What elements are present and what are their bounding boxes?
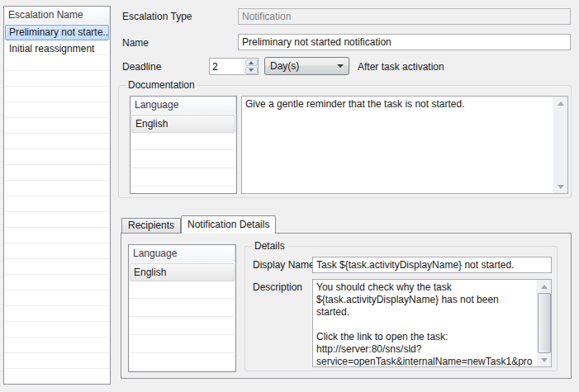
deadline-unit-value: Day(s) [265, 60, 337, 72]
description-label: Description [253, 281, 302, 293]
deadline-label: Deadline [122, 61, 161, 73]
escalation-name-list[interactable]: Escalation Name Preliminary not starte..… [3, 6, 111, 385]
scroll-up-icon [541, 285, 548, 289]
documentation-textarea[interactable]: Give a gentle reminder that the task is … [241, 96, 568, 194]
deadline-unit-dropdown[interactable]: Day(s) [264, 57, 349, 75]
language-list-body: English [131, 114, 236, 193]
escalation-editor-window: Escalation Name Preliminary not starte..… [0, 0, 579, 392]
scroll-down-icon [541, 358, 548, 362]
display-name-field[interactable] [312, 257, 552, 273]
description-textarea[interactable]: You should check why the task ${task.act… [312, 279, 552, 367]
name-label: Name [122, 37, 149, 49]
deadline-spin-buttons [244, 59, 258, 74]
details-group-title: Details [252, 240, 287, 252]
deadline-suffix-label: After task activation [358, 61, 444, 73]
name-field[interactable] [238, 34, 571, 50]
language-list-item[interactable]: English [130, 263, 235, 281]
description-text[interactable]: You should check why the task ${task.act… [313, 280, 537, 366]
scrollbar-thumb[interactable] [538, 293, 551, 353]
spin-down-icon [249, 68, 254, 72]
description-scrollbar[interactable] [537, 280, 551, 366]
tab-notification-details[interactable]: Notification Details [181, 215, 276, 234]
scroll-up-button[interactable] [537, 280, 551, 293]
spin-down-button[interactable] [245, 67, 258, 74]
escalation-type-label: Escalation Type [122, 11, 192, 22]
documentation-language-list[interactable]: Language English [130, 96, 237, 194]
scroll-down-button[interactable] [553, 180, 567, 193]
language-list-header[interactable]: Language [131, 97, 236, 115]
documentation-scrollbar[interactable] [553, 97, 567, 193]
escalation-list-item[interactable]: Initial reassignment [5, 41, 109, 57]
escalation-list-body: Preliminary not starte... Initial reassi… [4, 24, 110, 384]
scroll-down-icon [558, 185, 564, 189]
language-list-item[interactable]: English [131, 115, 235, 133]
scroll-down-button[interactable] [537, 353, 551, 366]
escalation-list-item[interactable]: Preliminary not starte... [5, 25, 109, 40]
language-list-header[interactable]: Language [129, 245, 235, 263]
documentation-text[interactable]: Give a gentle reminder that the task is … [242, 97, 553, 193]
scroll-up-icon [558, 102, 564, 106]
documentation-group-title: Documentation [126, 79, 197, 91]
scroll-up-button[interactable] [553, 97, 567, 110]
deadline-spinner[interactable] [209, 58, 259, 75]
tab-recipients[interactable]: Recipients [121, 218, 181, 233]
deadline-value-input[interactable] [210, 59, 244, 74]
language-list-body: English [129, 262, 235, 371]
display-name-label: Display Name [253, 259, 315, 271]
chevron-down-icon [337, 64, 344, 68]
escalation-list-header[interactable]: Escalation Name [4, 7, 110, 25]
notification-language-list[interactable]: Language English [128, 244, 236, 372]
spin-up-icon [249, 61, 254, 64]
spin-up-button[interactable] [245, 59, 258, 67]
details-tabstrip: Recipients Notification Details [121, 215, 276, 233]
escalation-type-field [238, 8, 571, 25]
